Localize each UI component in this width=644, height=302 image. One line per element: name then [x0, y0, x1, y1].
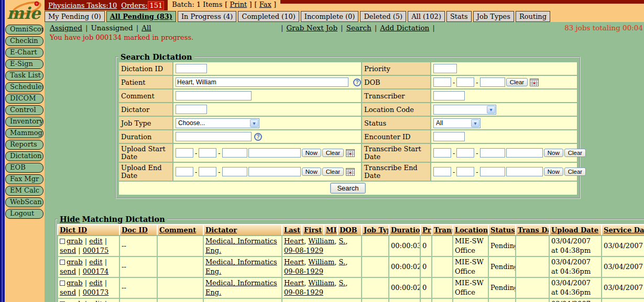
- column-header-last[interactable]: Last: [284, 226, 300, 234]
- sidebar-item-inventory[interactable]: Inventory: [5, 117, 43, 127]
- tab-all-pending[interactable]: All Pending (83): [106, 11, 176, 22]
- column-header-trans-date[interactable]: Trans Date: [518, 226, 549, 234]
- tab-incomplete[interactable]: Incomplete (0): [301, 11, 359, 22]
- now-button[interactable]: Now: [302, 167, 321, 176]
- dictator-link[interactable]: Medical, Informatics Eng.: [205, 258, 277, 275]
- patient-last-link[interactable]: Heart: [284, 258, 304, 266]
- column-header-dict-id[interactable]: Dict ID: [60, 226, 87, 234]
- sidebar-item-task-list[interactable]: Task List: [5, 71, 43, 81]
- clear-button[interactable]: Clear: [322, 167, 344, 176]
- patient-mi-link[interactable]: S.: [339, 237, 346, 245]
- mie-logo[interactable]: mie: [5, 0, 45, 22]
- patient-first-link[interactable]: William: [309, 258, 335, 266]
- transcribe-end-month-input[interactable]: [433, 167, 451, 176]
- upload-end-year-input[interactable]: [222, 167, 247, 176]
- tab-in-progress[interactable]: In Progress (4): [178, 11, 237, 22]
- calendar-icon[interactable]: [346, 149, 355, 157]
- tab-stats[interactable]: Stats: [446, 11, 472, 22]
- sidebar-item-fax-mgr[interactable]: Fax Mgr: [5, 174, 43, 184]
- dictation-id-input[interactable]: [176, 64, 207, 73]
- send-link[interactable]: send: [60, 267, 76, 275]
- edit-link[interactable]: edit: [89, 279, 102, 287]
- hide-link[interactable]: Hide: [60, 215, 80, 223]
- transcriber-input[interactable]: [433, 91, 465, 100]
- sidebar-item-logout[interactable]: Logout: [5, 209, 43, 219]
- sidebar-item-omniscope[interactable]: OmniScope: [5, 25, 43, 35]
- help-icon[interactable]: ?: [254, 133, 262, 141]
- sidebar-item-control[interactable]: Control: [5, 105, 43, 115]
- dictator-link[interactable]: Medical, Informatics Eng.: [205, 279, 277, 296]
- patient-dob-link[interactable]: 09-08-1929: [284, 288, 323, 296]
- column-header-location[interactable]: Location: [455, 226, 488, 234]
- grab-link[interactable]: grab: [67, 237, 83, 245]
- send-link[interactable]: send: [60, 247, 76, 254]
- patient-last-link[interactable]: Heart: [284, 237, 304, 245]
- column-header-upload-date[interactable]: Upload Date: [551, 226, 598, 234]
- dob-year-input[interactable]: [480, 77, 505, 87]
- column-header-job-type[interactable]: Job Type: [364, 226, 389, 234]
- sidebar-item-em-calc[interactable]: EM Calc: [5, 186, 43, 196]
- edit-link[interactable]: edit: [89, 300, 102, 302]
- patient-mi-link[interactable]: S.: [339, 258, 346, 266]
- upload-end-day-input[interactable]: [199, 167, 216, 176]
- orders-link[interactable]: Orders:: [121, 2, 147, 9]
- patient-first-link[interactable]: William: [309, 237, 335, 245]
- transcribe-end-time-input[interactable]: [506, 167, 543, 176]
- add-dictation-link[interactable]: Add Dictation: [380, 24, 429, 32]
- help-icon[interactable]: ?: [353, 79, 361, 86]
- duration-input[interactable]: [176, 132, 252, 141]
- now-button[interactable]: Now: [544, 149, 563, 157]
- assigned-link[interactable]: Assigned: [50, 24, 82, 32]
- dictator-link[interactable]: Medical, Informatics Eng.: [205, 237, 277, 254]
- search-button[interactable]: Search: [330, 183, 365, 194]
- sidebar-item-e-chart[interactable]: E-Chart: [5, 48, 43, 58]
- status-select[interactable]: All▾: [433, 118, 481, 128]
- sidebar-item-e-sign[interactable]: E-Sign: [5, 59, 43, 69]
- grab-next-job-link[interactable]: Grab Next Job: [287, 24, 338, 32]
- patient-mi-link[interactable]: S.: [339, 279, 346, 287]
- transcribe-start-time-input[interactable]: [506, 148, 543, 158]
- comment-input[interactable]: [176, 91, 252, 100]
- transcribe-start-year-input[interactable]: [480, 148, 505, 158]
- clear-button[interactable]: Clear: [564, 149, 586, 157]
- calendar-icon[interactable]: [346, 168, 355, 176]
- column-header-status[interactable]: Status: [490, 226, 515, 234]
- job-type-select[interactable]: Choose...▾: [176, 118, 259, 128]
- grab-link[interactable]: grab: [67, 300, 83, 302]
- sidebar-item-mammography[interactable]: Mammogra: [5, 128, 43, 138]
- column-header-comment[interactable]: Comment: [159, 226, 196, 234]
- send-link[interactable]: send: [60, 288, 76, 296]
- sidebar-item-reports[interactable]: Reports: [5, 140, 43, 150]
- sidebar-item-dictation[interactable]: Dictation: [5, 151, 43, 161]
- dict-id-link[interactable]: 000175: [83, 247, 109, 254]
- patient-input[interactable]: [176, 77, 348, 87]
- sidebar-item-checkin[interactable]: Checkin: [5, 36, 43, 46]
- sidebar-item-eob[interactable]: EOB: [5, 163, 43, 173]
- row-checkbox[interactable]: [60, 239, 65, 244]
- upload-start-day-input[interactable]: [199, 148, 216, 158]
- row-checkbox[interactable]: [60, 260, 65, 265]
- tab-completed[interactable]: Completed (10): [238, 11, 299, 22]
- dob-clear-button[interactable]: Clear: [506, 78, 528, 86]
- fax-link[interactable]: Fax: [259, 1, 271, 8]
- column-header-mi[interactable]: MI: [326, 226, 336, 234]
- column-header-dictator[interactable]: Dictator: [205, 226, 237, 234]
- sidebar-item-dicom[interactable]: DICOM: [5, 94, 43, 104]
- tab-routing[interactable]: Routing: [516, 11, 550, 22]
- dictator-input[interactable]: [176, 105, 207, 114]
- transcribe-end-year-input[interactable]: [480, 167, 505, 176]
- patient-first-link[interactable]: William: [309, 279, 335, 287]
- grab-link[interactable]: grab: [67, 258, 83, 266]
- upload-start-month-input[interactable]: [176, 148, 193, 158]
- encounter-id-input[interactable]: [433, 132, 465, 141]
- edit-link[interactable]: edit: [89, 258, 102, 266]
- patient-last-link[interactable]: Heart: [284, 279, 304, 287]
- location-code-select[interactable]: ▾: [433, 105, 496, 115]
- column-header-dob[interactable]: DOB: [340, 226, 357, 234]
- tab-my-pending[interactable]: My Pending (0): [45, 11, 105, 22]
- sidebar-item-scheduler[interactable]: Scheduler: [5, 82, 43, 92]
- edit-link[interactable]: edit: [89, 237, 102, 245]
- sidebar-item-webscan[interactable]: WebScan: [5, 197, 43, 207]
- now-button[interactable]: Now: [302, 149, 321, 157]
- transcribe-end-day-input[interactable]: [456, 167, 474, 176]
